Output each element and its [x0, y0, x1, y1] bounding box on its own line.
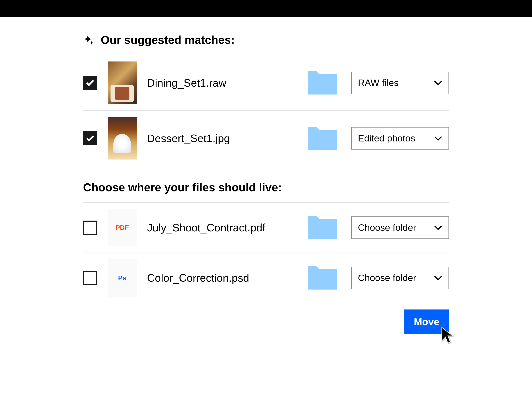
file-type-pdf: PDF [115, 224, 129, 232]
chevron-down-icon [434, 136, 442, 141]
thumbnail-dessert [108, 117, 137, 159]
check-icon [85, 78, 95, 88]
thumbnail-psd: Ps [108, 259, 137, 297]
choose-section-header: Choose where your files should live: [83, 166, 449, 203]
folder-select-label: Choose folder [358, 272, 416, 283]
file-type-psd: Ps [118, 274, 126, 282]
suggested-section-header: Our suggested matches: [83, 33, 449, 55]
file-row: Dessert_Set1.jpg Edited photos [83, 111, 449, 166]
folder-select-contract[interactable]: Choose folder [351, 216, 449, 239]
folder-select-label: RAW files [358, 77, 399, 88]
move-button-label: Move [414, 316, 439, 327]
filename-dining: Dining_Set1.raw [147, 77, 293, 89]
checkbox-contract[interactable] [83, 221, 97, 235]
file-row: Ps Color_Correction.psd Choose folder [83, 253, 449, 303]
filename-dessert: Dessert_Set1.jpg [147, 132, 293, 145]
folder-select-label: Edited photos [358, 133, 415, 144]
folder-icon [304, 68, 341, 97]
file-row: Dining_Set1.raw RAW files [83, 55, 449, 111]
folder-icon [304, 263, 341, 292]
folder-select-dessert[interactable]: Edited photos [351, 127, 449, 150]
choose-title: Choose where your files should live: [83, 181, 282, 194]
footer: Move [83, 303, 449, 334]
sparkle-icon [83, 34, 95, 46]
filename-contract: July_Shoot_Contract.pdf [147, 222, 293, 234]
suggested-title: Our suggested matches: [101, 33, 235, 46]
folder-select-dining[interactable]: RAW files [351, 72, 449, 94]
thumbnail-contract: PDF [108, 209, 137, 246]
chevron-down-icon [434, 80, 442, 85]
chevron-down-icon [434, 225, 442, 230]
checkbox-dining[interactable] [83, 76, 97, 90]
folder-select-label: Choose folder [358, 222, 416, 233]
checkbox-psd[interactable] [83, 271, 97, 285]
folder-icon [304, 124, 341, 153]
chevron-down-icon [434, 275, 442, 280]
check-icon [85, 133, 95, 143]
checkbox-dessert[interactable] [83, 131, 97, 146]
filename-psd: Color_Correction.psd [147, 272, 293, 284]
move-button[interactable]: Move [404, 310, 449, 334]
folder-icon [304, 213, 341, 242]
thumbnail-dining [108, 62, 137, 104]
folder-select-psd[interactable]: Choose folder [351, 267, 449, 289]
top-bar [0, 0, 532, 17]
cursor-icon [441, 326, 455, 345]
main-content: Our suggested matches: Dining_Set1.raw R… [0, 17, 532, 334]
file-row: PDF July_Shoot_Contract.pdf Choose folde… [83, 203, 449, 253]
